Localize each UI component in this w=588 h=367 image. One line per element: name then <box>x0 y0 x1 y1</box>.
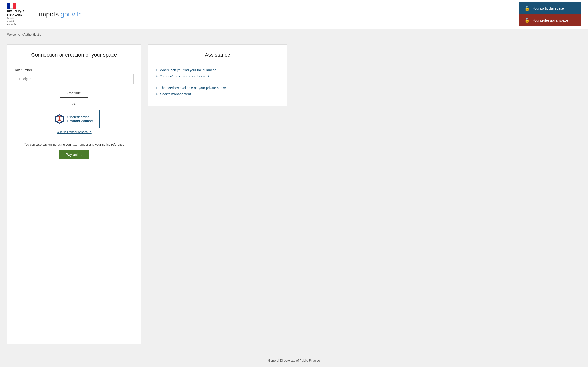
breadcrumb-separator: > <box>20 33 23 36</box>
left-card-title: Connection or creation of your space <box>15 52 134 62</box>
plus-icon-1: + <box>156 68 158 72</box>
breadcrumb-welcome-link[interactable]: Welcome <box>7 33 20 36</box>
plus-icon-3: + <box>156 86 158 90</box>
franceconnect-logo-icon <box>55 114 64 124</box>
breadcrumb-current: Authentication <box>23 33 43 36</box>
cookie-management-text: management <box>170 92 191 96</box>
main-content: Connection or creation of your space Tax… <box>0 40 588 354</box>
plus-icon-2: + <box>156 74 158 78</box>
assist-link-3[interactable]: The services available on your private s… <box>160 86 226 90</box>
republic-title: RÉPUBLIQUE FRANÇAISE <box>7 9 24 17</box>
logo-area: RÉPUBLIQUE FRANÇAISE Liberté Égalité Fra… <box>7 3 81 26</box>
tax-number-input[interactable] <box>15 74 134 84</box>
assist-link-1[interactable]: Where can you find your tax number? <box>160 68 216 72</box>
assist-divider <box>156 82 279 82</box>
plus-icon-4: + <box>156 92 158 96</box>
continue-btn-wrap: Continue <box>15 89 134 98</box>
breadcrumb-bar: Welcome > Authentication <box>0 29 588 40</box>
lock-icon-particular: 🔒 <box>524 6 530 11</box>
franceconnect-button[interactable]: S'identifier avec FranceConnect <box>49 110 100 128</box>
assist-item-4[interactable]: + Cookie management <box>156 92 279 96</box>
footer: General Directorate of Public Finance <box>0 354 588 367</box>
right-card: Assistance + Where can you find your tax… <box>148 44 287 106</box>
franceconnect-line2: FranceConnect <box>67 119 93 123</box>
pay-section: You can also pay online using your tax n… <box>15 138 134 159</box>
header-divider <box>32 7 32 22</box>
cookie-italic-text: Cookie <box>160 92 170 96</box>
breadcrumb: Welcome > Authentication <box>7 33 581 36</box>
or-divider: Or <box>15 102 134 106</box>
site-name: impots.gouv.fr <box>39 10 81 18</box>
pay-description: You can also pay online using your tax n… <box>15 143 134 146</box>
left-card: Connection or creation of your space Tax… <box>7 44 141 344</box>
assist-item-1[interactable]: + Where can you find your tax number? <box>156 68 279 72</box>
nav-buttons: 🔒 Your particular space 🔒 Your professio… <box>519 2 581 26</box>
particular-space-button[interactable]: 🔒 Your particular space <box>519 2 581 14</box>
or-text: Or <box>72 102 76 106</box>
assist-link-4[interactable]: Cookie management <box>160 92 191 96</box>
professional-space-button[interactable]: 🔒 Your professional space <box>519 14 581 26</box>
tax-number-label: Tax number <box>15 68 134 72</box>
pay-online-button[interactable]: Pay online <box>59 150 89 159</box>
right-card-title: Assistance <box>156 52 279 62</box>
continue-button[interactable]: Continue <box>60 89 88 98</box>
svg-point-2 <box>59 117 60 119</box>
professional-space-label: Your professional space <box>533 18 568 22</box>
franceconnect-text: S'identifier avec FranceConnect <box>67 115 93 123</box>
lock-icon-professional: 🔒 <box>524 18 530 23</box>
particular-space-label: Your particular space <box>533 7 564 10</box>
footer-text: General Directorate of Public Finance <box>268 359 320 362</box>
franceconnect-btn-wrap: S'identifier avec FranceConnect What is … <box>15 110 134 134</box>
republic-subtitle: Liberté Égalité Fraternité <box>7 17 17 26</box>
header: RÉPUBLIQUE FRANÇAISE Liberté Égalité Fra… <box>0 0 588 29</box>
franceconnect-line1: S'identifier avec <box>67 115 93 119</box>
french-flag-icon <box>7 3 16 8</box>
assist-item-3[interactable]: + The services available on your private… <box>156 86 279 90</box>
assist-link-2[interactable]: You don't have a tax number yet? <box>160 74 210 78</box>
republic-logo: RÉPUBLIQUE FRANÇAISE Liberté Égalité Fra… <box>7 3 24 26</box>
franceconnect-info-link[interactable]: What is FranceConnect? ↗ <box>57 130 91 134</box>
assist-item-2[interactable]: + You don't have a tax number yet? <box>156 74 279 78</box>
